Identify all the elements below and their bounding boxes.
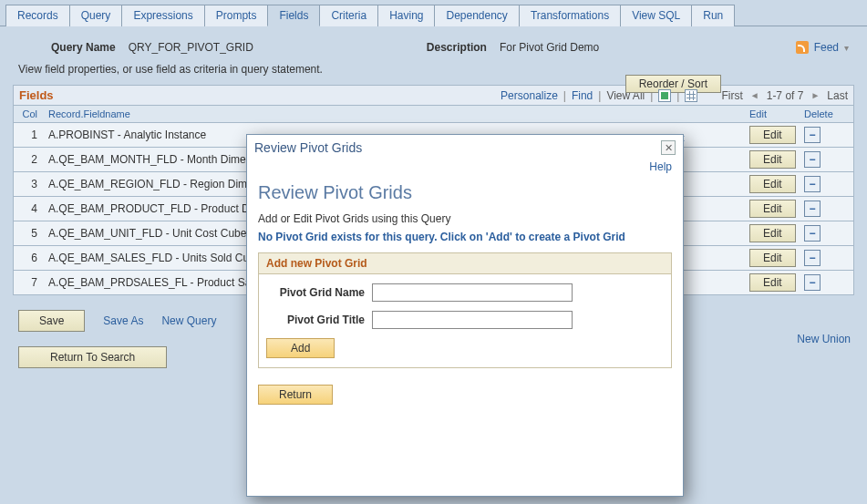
modal-heading: Review Pivot Grids bbox=[258, 182, 672, 203]
add-pivot-grid-section: Add new Pivot Grid Pivot Grid Name Pivot… bbox=[258, 252, 672, 368]
description-label: Description bbox=[427, 41, 487, 54]
grid-settings-icon[interactable] bbox=[685, 89, 697, 102]
delete-row-button[interactable]: − bbox=[804, 201, 821, 217]
pivot-grid-name-input[interactable] bbox=[372, 283, 573, 302]
query-name-value: QRY_FOR_PIVOT_GRID bbox=[129, 41, 253, 54]
tab-expressions[interactable]: Expressions bbox=[121, 5, 204, 26]
prev-icon[interactable]: ◄ bbox=[750, 90, 759, 100]
delete-row-button[interactable]: − bbox=[804, 176, 821, 192]
delete-row-button[interactable]: − bbox=[804, 225, 821, 242]
col-header-col[interactable]: Col bbox=[14, 106, 43, 122]
instructions-text: View field properties, or use field as c… bbox=[0, 63, 867, 85]
section-heading: Add new Pivot Grid bbox=[259, 253, 671, 274]
grid-header-bar: Fields Personalize | Find | View All | |… bbox=[13, 85, 854, 106]
chevron-down-icon: ▾ bbox=[844, 43, 849, 53]
save-as-link[interactable]: Save As bbox=[103, 314, 143, 327]
tab-prompts[interactable]: Prompts bbox=[204, 5, 269, 26]
export-icon[interactable] bbox=[658, 89, 671, 102]
col-header-edit: Edit bbox=[744, 106, 799, 122]
rss-icon bbox=[796, 41, 809, 54]
reorder-sort-button[interactable]: Reorder / Sort bbox=[625, 75, 721, 93]
tab-fields[interactable]: Fields bbox=[267, 5, 320, 26]
query-header: Query Name QRY_FOR_PIVOT_GRID Descriptio… bbox=[0, 26, 867, 63]
review-pivot-grids-modal: Review Pivot Grids ✕ Help Review Pivot G… bbox=[246, 134, 684, 497]
next-icon[interactable]: ► bbox=[810, 90, 820, 100]
add-button[interactable]: Add bbox=[266, 338, 335, 358]
tab-transformations[interactable]: Transformations bbox=[519, 5, 621, 26]
save-button[interactable]: Save bbox=[18, 310, 85, 332]
grid-column-headers: Col Record.Fieldname Edit Delete bbox=[13, 106, 854, 123]
pivot-grid-title-label: Pivot Grid Title bbox=[266, 314, 365, 326]
first-label: First bbox=[721, 89, 742, 102]
col-header-delete: Delete bbox=[799, 106, 853, 122]
tab-run[interactable]: Run bbox=[691, 5, 735, 26]
pivot-grid-title-input[interactable] bbox=[372, 311, 573, 329]
modal-help-link[interactable]: Help bbox=[247, 160, 683, 173]
tab-criteria[interactable]: Criteria bbox=[319, 5, 378, 26]
return-to-search-button[interactable]: Return To Search bbox=[18, 346, 167, 368]
tab-dependency[interactable]: Dependency bbox=[434, 5, 519, 26]
return-button[interactable]: Return bbox=[258, 385, 333, 405]
last-label: Last bbox=[827, 89, 848, 102]
delete-row-button[interactable]: − bbox=[804, 274, 821, 291]
edit-button[interactable]: Edit bbox=[749, 273, 796, 292]
find-link[interactable]: Find bbox=[572, 89, 593, 102]
modal-title-bar: Review Pivot Grids ✕ bbox=[247, 135, 683, 160]
range-text: 1-7 of 7 bbox=[767, 89, 804, 102]
modal-subheading: Add or Edit Pivot Grids using this Query bbox=[258, 212, 672, 225]
modal-info-text: No Pivot Grid exists for this query. Cli… bbox=[258, 231, 672, 243]
tab-having[interactable]: Having bbox=[377, 5, 435, 26]
delete-row-button[interactable]: − bbox=[804, 151, 821, 168]
query-name-label: Query Name bbox=[51, 41, 116, 54]
tab-query[interactable]: Query bbox=[69, 5, 123, 26]
delete-row-button[interactable]: − bbox=[804, 127, 821, 143]
grid-title: Fields bbox=[19, 88, 54, 102]
edit-button[interactable]: Edit bbox=[749, 249, 796, 267]
new-union-link[interactable]: New Union bbox=[797, 333, 851, 345]
col-header-fieldname[interactable]: Record.Fieldname bbox=[43, 106, 744, 122]
description-value: For Pivot Grid Demo bbox=[500, 41, 599, 54]
close-icon[interactable]: ✕ bbox=[661, 140, 676, 155]
edit-button[interactable]: Edit bbox=[749, 150, 796, 169]
edit-button[interactable]: Edit bbox=[749, 175, 796, 193]
tab-records[interactable]: Records bbox=[5, 5, 70, 26]
pivot-grid-name-label: Pivot Grid Name bbox=[266, 286, 365, 299]
feed-link[interactable]: Feed ▾ bbox=[796, 41, 849, 54]
modal-body: Review Pivot Grids Add or Edit Pivot Gri… bbox=[247, 173, 683, 408]
delete-row-button[interactable]: − bbox=[804, 250, 821, 266]
edit-button[interactable]: Edit bbox=[749, 126, 796, 144]
tab-bar: Records Query Expressions Prompts Fields… bbox=[0, 0, 867, 26]
new-query-link[interactable]: New Query bbox=[161, 314, 216, 327]
grid-nav: First ◄ 1-7 of 7 ► Last bbox=[721, 89, 848, 102]
edit-button[interactable]: Edit bbox=[749, 200, 796, 218]
personalize-link[interactable]: Personalize bbox=[501, 89, 558, 102]
edit-button[interactable]: Edit bbox=[749, 224, 796, 242]
feed-label: Feed bbox=[814, 41, 839, 54]
modal-title: Review Pivot Grids bbox=[254, 140, 362, 155]
tab-view-sql[interactable]: View SQL bbox=[620, 5, 692, 26]
